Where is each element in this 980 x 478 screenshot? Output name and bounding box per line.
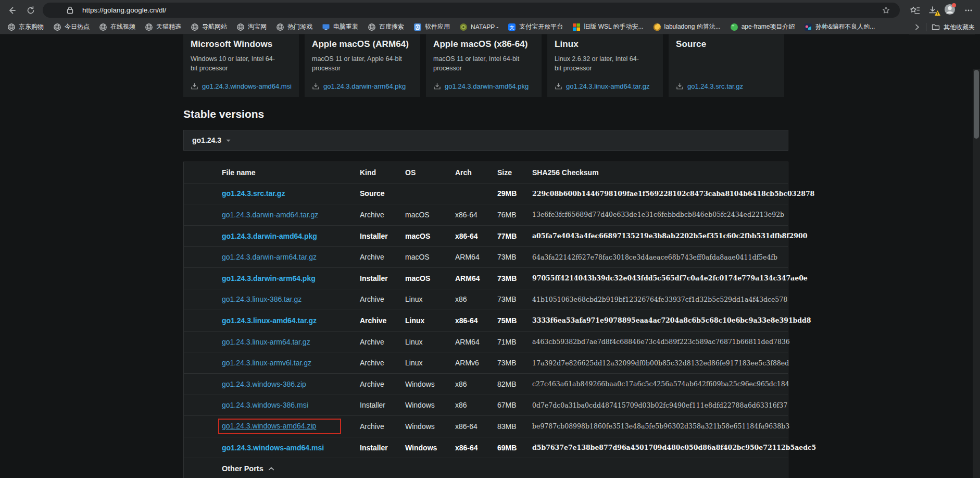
file-download-link[interactable]: go1.24.3.windows-amd64.zip: [222, 422, 316, 430]
file-download-link[interactable]: go1.24.3.linux-armv6l.tar.gz: [222, 359, 311, 367]
bookmark-item[interactable]: 电脑重装: [322, 22, 358, 31]
folder-icon: [932, 23, 940, 31]
other-favorites-folder[interactable]: 其他收藏夹: [932, 23, 975, 32]
bookmark-item[interactable]: 百度搜索: [368, 22, 404, 31]
page-body: Microsoft WindowsWindows 10 or later, In…: [0, 34, 980, 478]
size-cell: 83MB: [497, 422, 532, 431]
bookmark-label: 热门游戏: [287, 22, 312, 31]
bookmark-item[interactable]: 京东购物: [7, 22, 44, 31]
bookmark-item[interactable]: ape-frame项目介绍: [730, 22, 795, 31]
file-download-link[interactable]: go1.24.3.windows-amd64.msi: [222, 444, 324, 452]
scrollbar-track[interactable]: [973, 69, 980, 478]
file-name-cell: go1.24.3.linux-armv6l.tar.gz: [222, 359, 360, 367]
table-row: go1.24.3.darwin-arm64.pkgInstallermacOSA…: [184, 267, 788, 289]
bookmark-item[interactable]: 天猫精选: [145, 22, 181, 31]
kind-cell: Archive: [360, 338, 405, 346]
file-download-link[interactable]: go1.24.3.darwin-amd64.pkg: [222, 232, 317, 240]
bookmark-item[interactable]: 孙帅&编程不良人的...: [804, 22, 875, 31]
bookmark-item[interactable]: 热门游戏: [276, 22, 312, 31]
card-download-link[interactable]: go1.24.3.linux-amd64.tar.gz: [555, 82, 656, 90]
os-cell: Linux: [405, 295, 455, 303]
bookmark-item[interactable]: 软件应用: [413, 22, 450, 31]
bookmark-item[interactable]: 支支付宝开放平台: [508, 22, 563, 31]
bookmark-item[interactable]: labuladong 的算法...: [653, 22, 721, 31]
file-download-link[interactable]: go1.24.3.linux-arm64.tar.gz: [222, 338, 310, 346]
file-download-link[interactable]: go1.24.3.windows-386.zip: [222, 380, 306, 388]
bookmark-item[interactable]: 导航网站: [191, 22, 227, 31]
file-name-cell: go1.24.3.windows-386.msi: [222, 401, 360, 409]
card-download-link[interactable]: go1.24.3.windows-amd64.msi: [191, 82, 292, 90]
file-download-link[interactable]: go1.24.3.darwin-arm64.pkg: [222, 274, 316, 283]
lock-icon[interactable]: [67, 6, 73, 16]
pc-repair-icon: [322, 23, 330, 31]
card-download-link[interactable]: go1.24.3.darwin-amd64.pkg: [433, 82, 534, 90]
other-ports-toggle[interactable]: Other Ports: [184, 458, 788, 478]
kind-cell: Archive: [360, 359, 405, 367]
arch-cell: x86-64: [455, 316, 497, 325]
card-description: Linux 2.6.32 or later, Intel 64-bit proc…: [555, 54, 646, 73]
file-download-link[interactable]: go1.24.3.linux-amd64.tar.gz: [222, 316, 317, 325]
card-download-link[interactable]: go1.24.3.darwin-arm64.pkg: [312, 82, 413, 90]
back-icon[interactable]: [6, 5, 18, 16]
scrollbar-thumb[interactable]: [974, 70, 979, 139]
arch-cell: x86: [455, 295, 497, 303]
card-title: Apple macOS (x86-64): [433, 39, 534, 50]
column-header: Arch: [455, 168, 497, 177]
version-select[interactable]: go1.24.3: [183, 130, 788, 151]
size-cell: 73MB: [497, 359, 532, 367]
more-menu-icon[interactable]: [963, 5, 974, 16]
file-download-icon: [555, 82, 562, 90]
url-text[interactable]: https://golang.google.cn/dl/: [82, 3, 166, 18]
file-download-link[interactable]: go1.24.3.src.tar.gz: [222, 189, 285, 198]
sha256-cell: 41b1051063e68cbd2b919bf12326764fe33937cf…: [532, 296, 788, 303]
bookmark-item[interactable]: 今日热点: [53, 22, 90, 31]
table-row: go1.24.3.src.tar.gzSource29MB229c08b600b…: [184, 183, 788, 204]
bookmark-item[interactable]: NATAPP -: [459, 23, 498, 31]
refresh-icon[interactable]: [25, 5, 36, 16]
file-name-cell: go1.24.3.linux-386.tar.gz: [222, 295, 360, 303]
bookmark-item[interactable]: 在线视频: [99, 22, 135, 31]
sha256-cell: 229c08b600b1446798109fae1f569228102c8473…: [532, 190, 814, 198]
kind-cell: Archive: [360, 380, 405, 388]
size-cell: 75MB: [497, 316, 532, 325]
labuladong-icon: [653, 23, 661, 31]
os-cell: Linux: [405, 338, 455, 346]
card-download-link[interactable]: go1.24.3.src.tar.gz: [676, 82, 777, 90]
chevron-up-icon: [268, 467, 274, 471]
arch-cell: x86-64: [455, 211, 497, 219]
card-description: Windows 10 or later, Intel 64-bit proces…: [191, 54, 282, 73]
sha256-cell: c27c463a61ab849266baa0c17a6c5c4256a574ab…: [532, 380, 789, 388]
arch-cell: x86: [455, 380, 497, 388]
file-download-link[interactable]: go1.24.3.darwin-amd64.tar.gz: [222, 211, 318, 219]
kind-cell: Archive: [360, 253, 405, 261]
globe-icon: [145, 23, 153, 31]
other-favorites-label: 其他收藏夹: [944, 23, 975, 32]
arch-cell: x86-64: [455, 232, 497, 240]
favorite-star-icon[interactable]: [882, 6, 890, 17]
os-cell: macOS: [405, 211, 455, 219]
downloads-icon[interactable]: [927, 5, 938, 16]
chevron-right-icon[interactable]: [913, 23, 921, 31]
file-download-link[interactable]: go1.24.3.windows-386.msi: [222, 401, 308, 409]
sha256-cell: 17a392d7e826625dd12a32099df0b00b85c32d81…: [532, 359, 789, 367]
svg-text:支: 支: [510, 24, 515, 30]
bookmarks-bar-right: 其他收藏夹: [909, 20, 975, 34]
bookmark-label: 导航网站: [202, 22, 227, 31]
bookmark-item[interactable]: 旧版 WSL 的手动安...: [572, 22, 643, 31]
size-cell: 67MB: [497, 401, 532, 409]
download-card: Apple macOS (ARM64)macOS 11 or later, Ap…: [305, 34, 420, 97]
profile-avatar[interactable]: [944, 4, 956, 15]
file-download-link[interactable]: go1.24.3.linux-386.tar.gz: [222, 295, 301, 303]
file-download-icon: [191, 82, 198, 90]
file-download-link[interactable]: go1.24.3.darwin-arm64.tar.gz: [222, 253, 317, 261]
natapp-icon: [459, 23, 468, 31]
card-title: Source: [676, 39, 777, 50]
bookmark-item[interactable]: 淘宝网: [236, 22, 267, 31]
size-cell: 77MB: [497, 232, 532, 240]
table-row: go1.24.3.windows-amd64.msiInstallerWindo…: [184, 437, 788, 458]
favorites-icon[interactable]: [909, 5, 921, 16]
card-description: macOS 11 or later, Intel 64-bit processo…: [433, 54, 524, 73]
bookmark-label: 在线视频: [110, 22, 135, 31]
address-bar[interactable]: https://golang.google.cn/dl/: [43, 3, 900, 18]
os-cell: Windows: [405, 380, 455, 388]
